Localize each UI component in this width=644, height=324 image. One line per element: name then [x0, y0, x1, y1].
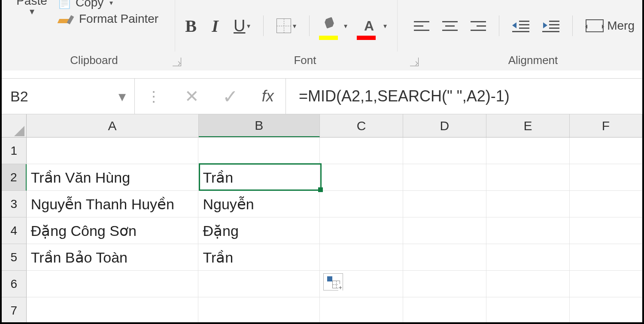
cell-F1[interactable] [570, 138, 642, 164]
cell-B2[interactable]: Trần [198, 164, 319, 191]
bold-button[interactable]: B [182, 13, 200, 38]
row-header-5[interactable]: 5 [2, 244, 27, 271]
borders-button[interactable]: ▾ [273, 13, 300, 38]
format-painter-label: Format Painter [79, 12, 158, 26]
cell-B3[interactable]: Nguyễn [198, 191, 319, 217]
cell-A7[interactable] [27, 297, 199, 324]
group-label-clipboard: Clipboard [2, 52, 186, 69]
cell-F6[interactable] [570, 271, 642, 297]
cell-D7[interactable] [403, 297, 486, 324]
cell-C5[interactable] [320, 244, 403, 271]
cell-E1[interactable] [486, 138, 570, 164]
grid-rows: 12Trần Văn HùngTrần3Nguyễn Thanh HuyềnNg… [2, 138, 642, 324]
spreadsheet-grid: A B C D E F 12Trần Văn HùngTrần3Nguyễn T… [2, 114, 642, 324]
font-launcher-icon[interactable] [410, 58, 419, 66]
merge-icon [586, 19, 604, 32]
cell-F7[interactable] [570, 297, 642, 324]
cell-D3[interactable] [403, 191, 486, 217]
cell-B7[interactable] [198, 297, 319, 324]
paste-dropdown-icon[interactable]: ▾ [6, 6, 58, 17]
align-top-button[interactable] [410, 13, 433, 38]
cell-A1[interactable] [27, 138, 199, 164]
clipboard-launcher-icon[interactable] [173, 58, 181, 66]
cell-A5[interactable]: Trần Bảo Toàn [27, 244, 199, 271]
cell-D4[interactable] [403, 217, 486, 244]
select-all-corner[interactable] [2, 114, 27, 137]
fx-icon[interactable]: fx [262, 87, 274, 105]
group-label-alignment: Alignment [424, 52, 642, 69]
cell-C3[interactable] [320, 191, 403, 217]
column-header-B[interactable]: B [199, 114, 320, 137]
cell-E6[interactable] [486, 271, 570, 297]
paste-button[interactable]: Paste ▾ [6, 0, 58, 17]
format-painter-button[interactable]: Format Painter [58, 12, 158, 26]
cell-A3[interactable]: Nguyễn Thanh Huyền [27, 191, 199, 217]
decrease-indent-button[interactable] [509, 13, 533, 38]
cell-B6[interactable] [198, 271, 319, 297]
column-header-C[interactable]: C [320, 114, 403, 137]
cell-F5[interactable] [570, 244, 642, 271]
cell-C7[interactable] [320, 297, 403, 324]
divider [309, 15, 310, 36]
align-bottom-button[interactable] [467, 13, 489, 38]
row-7: 7 [2, 297, 642, 324]
cell-F4[interactable] [570, 217, 642, 244]
cell-F3[interactable] [570, 191, 642, 217]
font-color-button[interactable]: A ▾ [357, 13, 390, 38]
cell-A2[interactable]: Trần Văn Hùng [27, 164, 199, 191]
cell-E7[interactable] [486, 297, 570, 324]
name-box-value: B2 [10, 88, 28, 105]
italic-button[interactable]: I [206, 13, 224, 38]
row-3: 3Nguyễn Thanh HuyềnNguyễn [2, 191, 642, 217]
cell-E5[interactable] [486, 244, 570, 271]
cell-C2[interactable] [320, 164, 403, 191]
autofill-options-button[interactable]: + [323, 273, 343, 290]
borders-dropdown-icon[interactable]: ▾ [293, 22, 296, 30]
fill-color-dropdown-icon[interactable]: ▾ [344, 22, 347, 30]
row-header-2[interactable]: 2 [2, 164, 27, 191]
font-color-icon: A [360, 18, 377, 34]
row-header-3[interactable]: 3 [2, 191, 27, 217]
cell-D2[interactable] [403, 164, 486, 191]
formula-enter-button[interactable]: ✓ [222, 86, 238, 107]
name-box[interactable]: B2 ▾ [2, 79, 135, 114]
cell-C1[interactable] [320, 138, 403, 164]
name-box-dropdown-icon[interactable]: ▾ [118, 88, 126, 105]
cell-E3[interactable] [486, 191, 570, 217]
cell-B1[interactable] [198, 138, 319, 164]
fill-color-icon [322, 18, 338, 34]
row-header-6[interactable]: 6 [2, 271, 27, 297]
cell-A4[interactable]: Đặng Công Sơn [27, 217, 199, 244]
copy-button[interactable]: Copy ▾ [58, 0, 158, 9]
cell-B5[interactable]: Trần [198, 244, 319, 271]
row-header-7[interactable]: 7 [2, 297, 27, 324]
cell-D6[interactable] [403, 271, 486, 297]
group-label-font: Font [186, 52, 424, 69]
cell-E4[interactable] [486, 217, 570, 244]
column-header-D[interactable]: D [403, 114, 486, 137]
cell-F2[interactable] [570, 164, 642, 191]
increase-indent-button[interactable] [539, 13, 563, 38]
cell-C4[interactable] [320, 217, 403, 244]
formula-cancel-button[interactable]: ✕ [185, 86, 199, 106]
underline-button[interactable]: U▾ [230, 13, 254, 38]
cell-B4[interactable]: Đặng [198, 217, 319, 244]
row-header-1[interactable]: 1 [2, 138, 27, 164]
divider [499, 15, 499, 36]
column-header-E[interactable]: E [486, 114, 570, 137]
cell-D5[interactable] [403, 244, 486, 271]
column-header-F[interactable]: F [570, 114, 642, 137]
copy-dropdown-icon[interactable]: ▾ [109, 0, 113, 7]
font-color-dropdown-icon[interactable]: ▾ [383, 22, 387, 30]
cell-D1[interactable] [403, 138, 486, 164]
column-header-A[interactable]: A [27, 114, 199, 137]
row-header-4[interactable]: 4 [2, 217, 27, 244]
formula-input[interactable]: =MID(A2,1,SEARCH(" ",A2)-1) [286, 79, 642, 114]
cell-E2[interactable] [486, 164, 570, 191]
align-middle-button[interactable] [439, 13, 461, 38]
fill-color-button[interactable]: ▾ [319, 13, 351, 38]
divider [263, 15, 264, 36]
merge-button[interactable]: Merg [582, 13, 638, 38]
underline-dropdown-icon[interactable]: ▾ [247, 22, 250, 30]
cell-A6[interactable] [27, 271, 199, 297]
